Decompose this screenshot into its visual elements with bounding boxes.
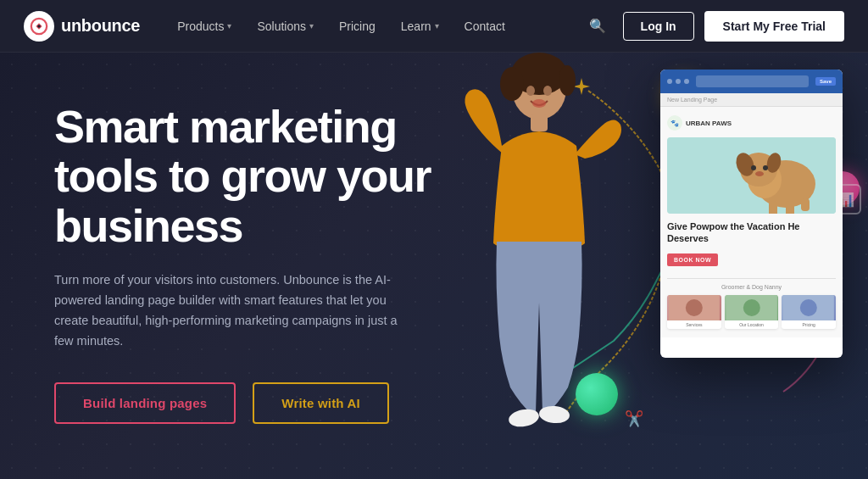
logo-text: unbounce	[61, 16, 140, 36]
hero-buttons: Build landing pages Write with AI	[54, 382, 453, 424]
mockup-service-1: Services	[667, 295, 721, 329]
mockup-services: Services Our Location Pricing	[667, 295, 836, 329]
svg-rect-21	[769, 201, 777, 214]
nav-solutions[interactable]: Solutions ▾	[247, 13, 324, 40]
write-with-ai-button[interactable]: Write with AI	[253, 382, 389, 424]
navbar: unbounce Products ▾ Solutions ▾ Pricing …	[0, 0, 868, 53]
svg-point-20	[755, 171, 764, 176]
nav-learn[interactable]: Learn ▾	[391, 13, 449, 40]
mockup-brand: 🐾 URBAN PAWS	[667, 115, 836, 131]
service-image-2	[725, 295, 779, 320]
mockup-service-3: Pricing	[782, 295, 836, 329]
chevron-down-icon: ▾	[227, 21, 231, 31]
service-image-3	[782, 295, 836, 320]
mockup-body: 🐾 URBAN PAWS	[660, 107, 843, 337]
start-trial-button[interactable]: Start My Free Trial	[704, 11, 844, 42]
logo-icon	[24, 11, 54, 42]
hero-visual: Save New Landing Page 🐾 URBAN PAWS	[393, 53, 868, 479]
svg-point-18	[751, 165, 756, 170]
login-button[interactable]: Log In	[623, 12, 694, 41]
mockup-hero-image	[667, 137, 836, 214]
svg-point-1	[37, 25, 41, 28]
nav-right: 🔍 Log In Start My Free Trial	[582, 11, 844, 42]
hero-headline: Smart marketing tools to grow your busin…	[54, 102, 453, 250]
svg-point-11	[532, 99, 546, 108]
landing-page-mockup: Save New Landing Page 🐾 URBAN PAWS	[660, 70, 843, 358]
nav-pricing[interactable]: Pricing	[329, 13, 386, 40]
nav-links: Products ▾ Solutions ▾ Pricing Learn ▾ C…	[167, 13, 581, 40]
build-landing-pages-button[interactable]: Build landing pages	[54, 382, 236, 424]
mockup-brand-name: URBAN PAWS	[686, 120, 732, 127]
hero-section: Smart marketing tools to grow your busin…	[0, 53, 868, 479]
search-icon: 🔍	[589, 19, 606, 33]
hero-text: Smart marketing tools to grow your busin…	[54, 93, 453, 424]
svg-point-4	[500, 67, 524, 101]
svg-point-29	[800, 299, 817, 316]
mockup-headline: Give Powpow the Vacation He Deserves	[667, 220, 836, 245]
mockup-section-label: Groomer & Dog Nanny	[667, 284, 836, 290]
service-label-3: Pricing	[782, 320, 836, 329]
svg-rect-6	[531, 114, 548, 131]
svg-point-27	[743, 299, 760, 316]
mockup-service-2: Our Location	[725, 295, 779, 329]
chevron-down-icon: ▾	[309, 21, 314, 31]
nav-products[interactable]: Products ▾	[167, 13, 242, 40]
svg-point-5	[559, 65, 576, 96]
mockup-brand-icon: 🐾	[667, 115, 682, 131]
mockup-cta: BOOK NOW	[667, 253, 718, 266]
service-image-1	[667, 295, 721, 320]
svg-rect-23	[801, 198, 810, 211]
svg-point-19	[763, 165, 768, 170]
svg-point-25	[686, 299, 703, 316]
chevron-down-icon: ▾	[435, 21, 439, 31]
svg-point-10	[543, 86, 552, 96]
hero-person-image	[436, 53, 639, 438]
mockup-browser-bar: Save	[660, 70, 843, 93]
nav-contact[interactable]: Contact	[454, 13, 515, 40]
search-button[interactable]: 🔍	[582, 11, 613, 41]
logo[interactable]: unbounce	[24, 11, 140, 42]
hero-subtext: Turn more of your visitors into customer…	[54, 270, 410, 352]
service-label-2: Our Location	[725, 320, 779, 329]
svg-point-9	[526, 86, 535, 96]
service-label-1: Services	[667, 320, 721, 329]
mockup-divider	[667, 278, 836, 279]
svg-rect-22	[786, 201, 794, 214]
